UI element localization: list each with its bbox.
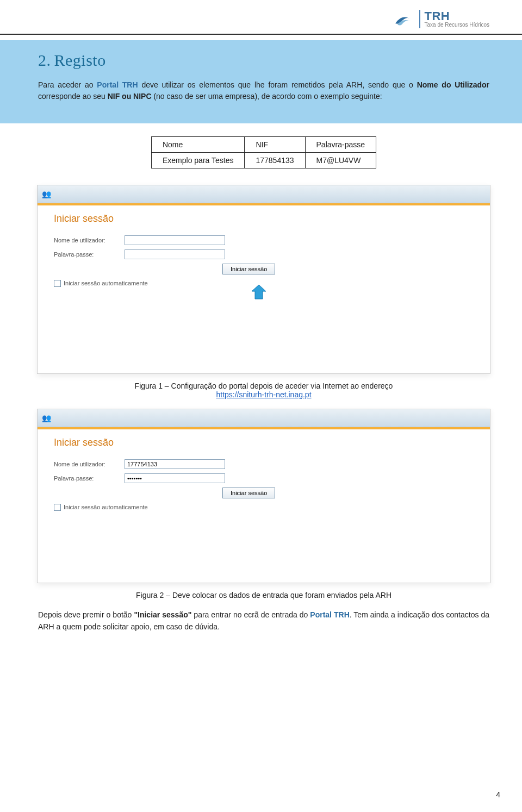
auto-login-label: Iniciar sessão automaticamente <box>64 504 148 510</box>
auto-login-label: Iniciar sessão automaticamente <box>64 280 148 286</box>
arrow-up-icon <box>250 284 474 302</box>
auto-login-checkbox[interactable] <box>54 504 61 511</box>
example-table: Nome NIF Palavra-passe Exemplo para Test… <box>151 136 376 168</box>
figure1-caption: Figura 1 – Configuração do portal depois… <box>38 382 489 399</box>
pass-label: Palavra-passe: <box>54 475 125 482</box>
section-heading: 2.Registo <box>38 51 489 70</box>
people-icon: 👥 <box>42 190 51 198</box>
user-input[interactable] <box>125 235 225 245</box>
figure1-link[interactable]: https://sniturh-trh-net.inag.pt <box>216 390 311 399</box>
pass-input[interactable] <box>125 473 225 483</box>
login-button[interactable]: Iniciar sessão <box>222 488 275 498</box>
login-panel-title: Iniciar sessão <box>54 437 474 448</box>
screenshot-2: 👥 Iniciar sessão Nome de utilizador: Pal… <box>37 409 490 583</box>
logo-abbr: TRH <box>425 10 490 22</box>
logo-subtitle: Taxa de Recursos Hídricos <box>425 22 490 28</box>
people-icon: 👥 <box>42 414 51 422</box>
header-logo-bar: TRH Taxa de Recursos Hídricos <box>38 10 489 28</box>
user-label: Nome de utilizador: <box>54 461 125 467</box>
user-label: Nome de utilizador: <box>54 237 125 243</box>
header-divider <box>0 34 522 35</box>
intro-paragraph: Para aceder ao Portal TRH deve utilizar … <box>38 79 489 103</box>
login-panel-title: Iniciar sessão <box>54 213 474 224</box>
user-input[interactable] <box>125 459 225 469</box>
trh-logo: TRH Taxa de Recursos Hídricos <box>394 10 490 28</box>
screenshot-1: 👥 Iniciar sessão Nome de utilizador: Pal… <box>37 185 490 374</box>
wave-icon <box>394 11 416 27</box>
pass-input[interactable] <box>125 249 225 259</box>
pass-label: Palavra-passe: <box>54 251 125 258</box>
table-row: Nome NIF Palavra-passe <box>151 136 376 152</box>
closing-paragraph: Depois deve premir o botão "Iniciar sess… <box>38 609 489 633</box>
page-number: 4 <box>496 790 500 799</box>
auto-login-checkbox[interactable] <box>54 280 61 287</box>
figure2-caption: Figura 2 – Deve colocar os dados de entr… <box>38 591 489 599</box>
login-button[interactable]: Iniciar sessão <box>222 264 275 274</box>
table-row: Exemplo para Testes 177854133 M7@LU4VW <box>151 152 376 168</box>
section-band: 2.Registo Para aceder ao Portal TRH deve… <box>0 40 522 123</box>
